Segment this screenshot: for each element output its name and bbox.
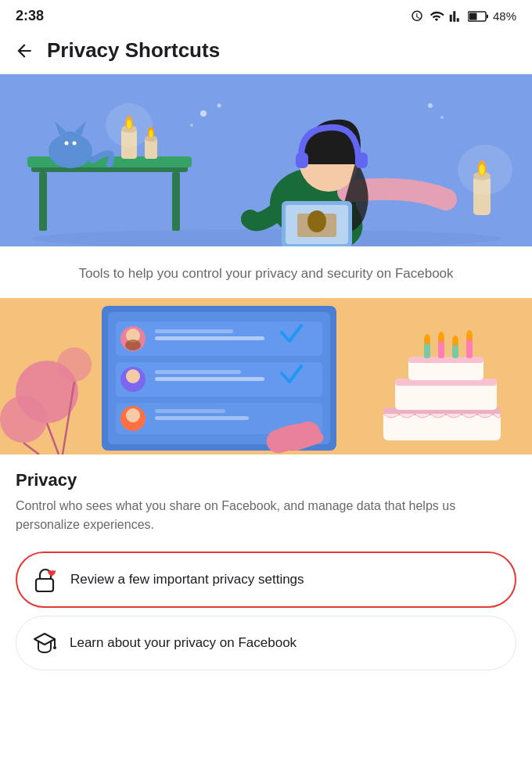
svg-point-13 — [73, 142, 77, 146]
svg-rect-6 — [172, 172, 180, 231]
svg-point-63 — [126, 408, 140, 422]
svg-rect-65 — [155, 409, 225, 413]
svg-point-46 — [57, 347, 92, 382]
svg-point-53 — [125, 340, 141, 350]
svg-point-85 — [53, 646, 56, 649]
review-privacy-label: Review a few important privacy settings — [70, 572, 304, 587]
svg-rect-54 — [155, 336, 264, 340]
svg-marker-83 — [34, 634, 55, 645]
svg-point-9 — [56, 131, 84, 158]
svg-point-30 — [307, 210, 326, 232]
battery-icon — [468, 10, 488, 23]
svg-rect-55 — [155, 329, 233, 333]
back-arrow-icon — [14, 41, 34, 61]
svg-rect-25 — [296, 153, 308, 168]
svg-point-36 — [200, 110, 207, 117]
alarm-icon — [410, 9, 424, 23]
action-list: Review a few important privacy settings … — [0, 545, 532, 694]
svg-rect-73 — [408, 357, 483, 363]
subtitle-section: Tools to help you control your privacy a… — [0, 246, 532, 298]
svg-rect-1 — [469, 13, 476, 20]
status-time: 2:38 — [16, 8, 44, 24]
hero-banner — [0, 74, 532, 246]
lock-heart-icon — [31, 566, 59, 594]
privacy-text-section: Privacy Control who sees what you share … — [0, 454, 532, 545]
page-title: Privacy Shortcuts — [47, 38, 220, 63]
svg-rect-59 — [155, 377, 264, 381]
svg-rect-5 — [39, 172, 47, 231]
svg-point-43 — [0, 396, 47, 443]
privacy-description: Control who sees what you share on Faceb… — [16, 497, 516, 534]
status-bar: 2:38 48% — [0, 0, 532, 31]
graduation-icon — [31, 629, 59, 657]
svg-point-12 — [65, 142, 69, 146]
subtitle-text: Tools to help you control your privacy a… — [31, 264, 501, 284]
hero-illustration — [0, 74, 532, 246]
review-privacy-button[interactable]: Review a few important privacy settings — [16, 551, 516, 608]
status-icons: 48% — [410, 9, 516, 23]
learn-privacy-label: Learn about your privacy on Facebook — [70, 635, 297, 651]
svg-point-77 — [438, 332, 444, 343]
svg-point-37 — [217, 104, 221, 108]
svg-rect-82 — [36, 579, 53, 591]
svg-point-39 — [428, 103, 433, 108]
learn-privacy-button[interactable]: Learn about your privacy on Facebook — [16, 616, 516, 670]
svg-point-81 — [466, 330, 473, 341]
svg-rect-64 — [155, 416, 249, 420]
wifi-icon — [429, 9, 444, 23]
signal-icon — [449, 9, 463, 23]
battery-percent: 48% — [493, 9, 516, 23]
svg-rect-26 — [355, 153, 368, 168]
svg-point-40 — [440, 116, 444, 119]
svg-point-38 — [190, 124, 193, 127]
svg-point-79 — [452, 336, 458, 347]
svg-point-75 — [424, 334, 430, 345]
privacy-title: Privacy — [16, 470, 516, 490]
svg-point-35 — [458, 145, 512, 195]
privacy-card: Privacy Control who sees what you share … — [0, 298, 532, 694]
back-button[interactable] — [14, 41, 34, 61]
svg-point-58 — [126, 369, 140, 383]
header: Privacy Shortcuts — [0, 31, 532, 74]
svg-rect-60 — [155, 370, 241, 374]
svg-point-22 — [149, 130, 153, 138]
privacy-illustration — [0, 298, 532, 454]
